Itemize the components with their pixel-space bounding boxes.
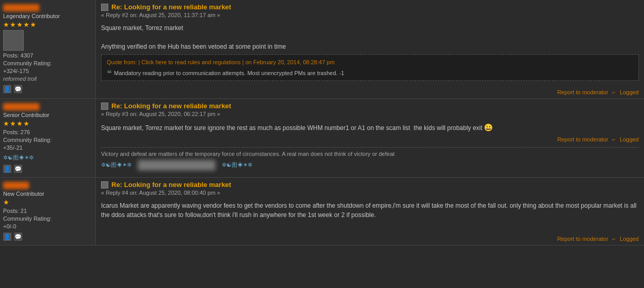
reply-num-1: Reply #2	[106, 12, 128, 18]
post-header-2: Re: Looking for a new reliable market « …	[101, 102, 639, 117]
user-rank-1: Legendary Contributor	[3, 13, 92, 19]
post-row: Legendary Contributor ★★★★★ Posts: 4307 …	[0, 0, 644, 99]
logged-text-2: Logged	[620, 135, 639, 144]
user-stars-1: ★★★★★	[3, 21, 92, 28]
user-rating-value-3: +0/-0	[3, 223, 92, 229]
user-icons-3: 👤 💬	[3, 233, 92, 241]
report-link-3[interactable]: Report to moderator	[557, 236, 608, 242]
user-stars-2: ★★★★	[3, 120, 92, 127]
content-line-1-1: Square market, Torrez market	[101, 23, 639, 33]
quote-header-1: Quote from: | Click here to read rules a…	[107, 58, 633, 67]
reply-info-1: « Reply #2 on: August 25, 2020, 11:37:17…	[101, 12, 639, 18]
user-community-rating-label-3: Community Rating:	[3, 215, 92, 222]
post-footer-1: Report to moderator ⌐ Logged	[101, 87, 639, 95]
post-footer-2-mid: Report to moderator ⌐ Logged	[101, 133, 639, 144]
special-chars-2: ✲☯图◈✶✲	[3, 154, 34, 162]
post-row-2: Senior Contributor ★★★★ Posts: 276 Commu…	[0, 99, 644, 178]
blurred-image-2	[138, 160, 216, 170]
quote-text-1: Mandatory reading prior to communication…	[114, 70, 345, 76]
logged-text-3: Logged	[620, 236, 639, 242]
post-icon-3	[101, 181, 108, 189]
logged-icon-2: ⌐	[612, 135, 616, 144]
post-title-text-1: Re: Looking for a new reliable market	[111, 3, 231, 11]
special-chars-sig-2a: ✲☯图◈✶✲	[101, 162, 132, 168]
user-community-rating-label-1: Community Rating:	[3, 60, 92, 66]
quote-header-text-1: Quote from: | Click here to read rules a…	[107, 59, 335, 65]
reply-num-2: Reply #3	[106, 111, 128, 117]
post-main-2: Re: Looking for a new reliable market « …	[96, 99, 644, 177]
user-posts-2: Posts: 276	[3, 129, 92, 135]
post-sidebar-3: New Contributor ★ Posts: 21 Community Ra…	[0, 178, 96, 245]
reply-num-3: Reply #4	[106, 190, 128, 196]
reply-date-2: August 25, 2020, 06:22:17 pm	[139, 111, 215, 117]
user-icons-2b: 👤 💬	[3, 165, 92, 173]
post-icon-1	[101, 4, 108, 11]
post-title-2: Re: Looking for a new reliable market	[101, 102, 639, 110]
post-main-3: Re: Looking for a new reliable market « …	[96, 178, 644, 245]
post-title-1: Re: Looking for a new reliable market	[101, 3, 639, 11]
logged-icon-1: ⌐	[612, 89, 616, 95]
forum-container: Legendary Contributor ★★★★★ Posts: 4307 …	[0, 0, 644, 246]
content-line-1-2: Anything verified on the Hub has been ve…	[101, 42, 639, 51]
sig-2: Victory and defeat are matters of the te…	[101, 147, 639, 171]
user-posts-3: Posts: 21	[3, 208, 92, 214]
post-title-3: Re: Looking for a new reliable market	[101, 181, 639, 189]
special-chars-sig-2b: ✲☯图◈✶✲	[222, 162, 252, 168]
user-stars-3: ★	[3, 198, 92, 206]
post-content-1: Square market, Torrez market Anything ve…	[101, 20, 639, 87]
user-posts-1: Posts: 4307	[3, 52, 92, 59]
user-rank-3: New Contributor	[3, 191, 92, 197]
post-footer-3: Report to moderator ⌐ Logged	[101, 234, 639, 242]
user-rating-value-2: +35/-21	[3, 145, 92, 151]
username-1	[3, 4, 39, 11]
reply-info-3: « Reply #4 on: August 25, 2020, 08:00:40…	[101, 190, 639, 196]
sig-line-2-1: Victory and defeat are matters of the te…	[101, 150, 639, 159]
post-sidebar-2: Senior Contributor ★★★★ Posts: 276 Commu…	[0, 99, 96, 177]
post-title-text-2: Re: Looking for a new reliable market	[111, 102, 231, 110]
username-3	[3, 182, 29, 189]
report-link-1[interactable]: Report to moderator	[557, 89, 608, 95]
post-sidebar-1: Legendary Contributor ★★★★★ Posts: 4307 …	[0, 0, 96, 98]
content-line-2-1: Square market, Torrez market for sure ig…	[101, 122, 639, 133]
username-2	[3, 103, 39, 110]
post-content-2: Square market, Torrez market for sure ig…	[101, 119, 639, 174]
user-icons-2: ✲☯图◈✶✲	[3, 154, 92, 162]
sig-chars-2: ✲☯图◈✶✲ ✲☯图◈✶✲	[101, 160, 639, 170]
person-icon-1: 👤	[3, 85, 11, 93]
quote-mark-1: ❝	[107, 69, 112, 78]
post-content-3: Icarus Market are apparently waving vend…	[101, 198, 639, 234]
user-community-rating-label-2: Community Rating:	[3, 137, 92, 143]
logged-text-1: Logged	[620, 89, 639, 95]
quote-block-1: Quote from: | Click here to read rules a…	[101, 54, 639, 81]
person-icon-2: 👤	[3, 165, 11, 173]
post-row-3: New Contributor ★ Posts: 21 Community Ra…	[0, 178, 644, 246]
post-title-text-3: Re: Looking for a new reliable market	[111, 181, 231, 189]
reply-date-3: August 25, 2020, 08:00:40 pm	[139, 190, 215, 196]
post-header-3: Re: Looking for a new reliable market « …	[101, 181, 639, 196]
user-tag-1: reformed troll	[3, 76, 92, 82]
post-header-1: Re: Looking for a new reliable market « …	[101, 3, 639, 18]
speech-icon-2: 💬	[14, 165, 22, 173]
speech-icon-3: 💬	[14, 233, 22, 241]
reply-info-2: « Reply #3 on: August 25, 2020, 06:22:17…	[101, 111, 639, 117]
user-icons-1: 👤 💬	[3, 85, 92, 93]
speech-icon-1: 💬	[14, 85, 22, 93]
content-line-3-1: Icarus Market are apparently waving vend…	[101, 201, 639, 220]
person-icon-3: 👤	[3, 233, 11, 241]
user-rating-value-1: +324/-175	[3, 68, 92, 74]
report-link-2[interactable]: Report to moderator	[557, 135, 608, 144]
user-rank-2: Senior Contributor	[3, 112, 92, 118]
post-main-1: Re: Looking for a new reliable market « …	[96, 0, 644, 98]
reply-date-1: August 25, 2020, 11:37:17 am	[139, 12, 215, 18]
emoji-2: 😀	[484, 123, 493, 132]
post-icon-2	[101, 103, 108, 110]
logged-icon-3: ⌐	[612, 236, 616, 242]
avatar-1	[3, 30, 24, 51]
